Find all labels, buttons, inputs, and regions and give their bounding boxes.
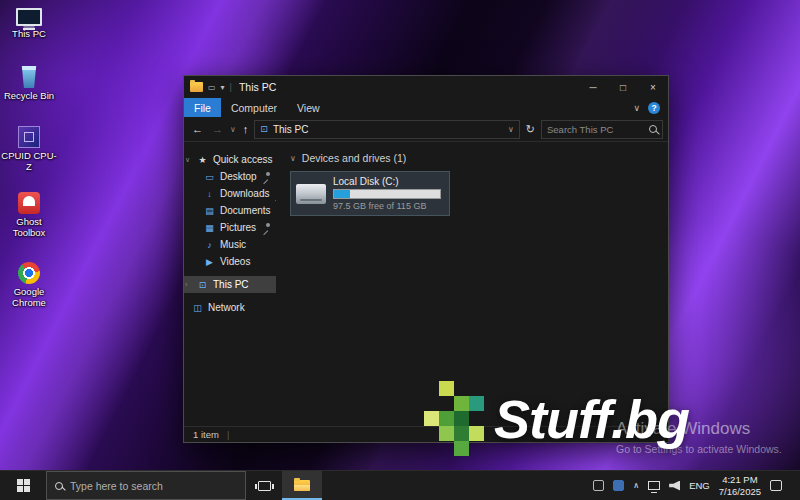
qat-dropdown-icon[interactable]: ▾: [221, 83, 225, 92]
drive-capacity-text: 97.5 GB free of 115 GB: [333, 201, 444, 211]
sidebar-item-pictures[interactable]: ▦ Pictures: [184, 219, 276, 236]
help-icon[interactable]: ?: [648, 102, 660, 114]
sidebar-item-this-pc[interactable]: › ⊡ This PC: [184, 276, 276, 293]
tab-computer[interactable]: Computer: [221, 98, 287, 117]
pin-icon: [262, 172, 271, 181]
logo-pixel: [454, 426, 469, 441]
chevron-right-icon[interactable]: ›: [185, 281, 192, 288]
explorer-search-input[interactable]: [547, 124, 645, 135]
network-tray-icon[interactable]: [648, 481, 660, 490]
tray-app-icon-2[interactable]: [613, 480, 624, 491]
desktop-icon-this-pc[interactable]: This PC: [0, 8, 58, 40]
desktop-wallpaper: This PC Recycle Bin CPUID CPU-Z Ghost To…: [0, 0, 800, 500]
taskbar-clock[interactable]: 4:21 PM 7/16/2025: [719, 474, 761, 498]
history-dropdown-icon[interactable]: ∨: [229, 125, 237, 134]
navigation-pane: ∨ ★ Quick access ▭ Desktop ↓ Downloads ▤…: [184, 142, 276, 426]
address-dropdown-icon[interactable]: ∨: [508, 125, 514, 134]
ribbon-collapse-icon[interactable]: ∨: [633, 103, 640, 113]
pictures-icon: ▦: [204, 223, 215, 233]
window-title: This PC: [239, 81, 276, 93]
tab-view[interactable]: View: [287, 98, 330, 117]
file-explorer-icon: [294, 480, 310, 491]
logo-pixel: [424, 411, 439, 426]
stuffbg-logo-text: Stuff.bg: [494, 388, 689, 450]
clock-date: 7/16/2025: [719, 486, 761, 498]
cpuz-icon: [18, 126, 40, 148]
windows-logo-icon: [17, 479, 30, 492]
minimize-button[interactable]: ─: [578, 76, 608, 98]
status-separator: |: [227, 429, 229, 440]
language-indicator[interactable]: ENG: [689, 480, 710, 491]
taskbar-search-box[interactable]: [46, 471, 246, 500]
desktop-icon-ghost-toolbox[interactable]: Ghost Toolbox: [0, 192, 58, 239]
sidebar-item-documents[interactable]: ▤ Documents: [184, 202, 276, 219]
back-button[interactable]: ←: [189, 123, 206, 135]
logo-pixel: [454, 396, 469, 411]
desktop-icon-label: Google Chrome: [0, 287, 58, 309]
documents-icon: ▤: [204, 206, 215, 216]
search-icon: [649, 125, 657, 133]
desktop-icon-cpuz[interactable]: CPUID CPU-Z: [0, 126, 58, 173]
ghost-toolbox-icon: [18, 192, 40, 214]
sidebar-item-music[interactable]: ♪ Music: [184, 236, 276, 253]
address-bar[interactable]: ⊡ This PC ∨: [254, 120, 519, 139]
explorer-search-box[interactable]: [541, 120, 663, 139]
pin-icon: [262, 223, 271, 232]
desktop-icon-chrome[interactable]: Google Chrome: [0, 262, 58, 309]
logo-pixel: [469, 396, 484, 411]
close-button[interactable]: ×: [638, 76, 668, 98]
quick-access-star-icon: ★: [197, 155, 208, 165]
desktop-icon-recycle-bin[interactable]: Recycle Bin: [0, 66, 58, 102]
this-pc-icon: [16, 8, 42, 26]
up-button[interactable]: ↑: [240, 123, 252, 135]
refresh-icon[interactable]: ↻: [523, 123, 538, 136]
title-bar[interactable]: ▭ ▾ | This PC ─ □ ×: [184, 76, 668, 98]
drive-usage-bar: [333, 189, 441, 199]
group-header-devices-and-drives[interactable]: ∨ Devices and drives (1): [290, 152, 668, 164]
titlebar-separator: |: [230, 82, 232, 92]
stuffbg-watermark: Stuff.bg: [424, 381, 689, 456]
music-icon: ♪: [204, 240, 215, 250]
sidebar-item-videos[interactable]: ▶ Videos: [184, 253, 276, 270]
logo-pixel: [439, 381, 454, 396]
logo-pixel: [454, 411, 469, 426]
sidebar-item-downloads[interactable]: ↓ Downloads: [184, 185, 276, 202]
maximize-button[interactable]: □: [608, 76, 638, 98]
desktop-icon-label: CPUID CPU-Z: [0, 151, 58, 173]
taskbar-file-explorer-button[interactable]: [282, 471, 322, 500]
explorer-icon: [190, 82, 203, 92]
tray-overflow-chevron-icon[interactable]: ∧: [633, 481, 639, 490]
drive-name: Local Disk (C:): [333, 176, 444, 187]
item-count: 1 item: [193, 429, 219, 440]
sidebar-item-network[interactable]: ◫ Network: [184, 299, 276, 316]
hard-drive-icon: [296, 182, 326, 206]
quick-access-toolbar-icon[interactable]: ▭: [208, 83, 216, 92]
action-center-icon[interactable]: [770, 480, 782, 491]
task-view-button[interactable]: [246, 471, 282, 500]
chevron-down-icon[interactable]: ∨: [290, 154, 296, 163]
logo-pixel: [454, 441, 469, 456]
desktop-folder-icon: ▭: [204, 172, 215, 182]
drive-local-disk-c[interactable]: Local Disk (C:) 97.5 GB free of 115 GB: [290, 171, 450, 216]
drive-usage-fill: [334, 190, 350, 198]
desktop-icon-label: This PC: [12, 29, 46, 40]
task-view-icon: [258, 481, 271, 491]
volume-icon[interactable]: [669, 481, 680, 491]
start-button[interactable]: [0, 471, 46, 500]
network-icon: ◫: [192, 303, 203, 313]
this-pc-small-icon: ⊡: [260, 124, 268, 134]
logo-pixel: [439, 426, 454, 441]
taskbar-search-input[interactable]: [70, 480, 237, 492]
recycle-bin-icon: [21, 66, 38, 88]
ribbon-tab-bar: File Computer View ∨ ?: [184, 98, 668, 117]
desktop-icon-label: Recycle Bin: [4, 91, 54, 102]
stuffbg-pixels: [424, 381, 484, 456]
chevron-down-icon[interactable]: ∨: [185, 156, 192, 164]
tray-app-icon-1[interactable]: [593, 480, 604, 491]
forward-button[interactable]: →: [209, 123, 226, 135]
tab-file[interactable]: File: [184, 98, 221, 117]
logo-pixel: [469, 426, 484, 441]
address-breadcrumb[interactable]: This PC: [273, 124, 309, 135]
sidebar-item-desktop[interactable]: ▭ Desktop: [184, 168, 276, 185]
sidebar-item-quick-access[interactable]: ∨ ★ Quick access: [184, 151, 276, 168]
